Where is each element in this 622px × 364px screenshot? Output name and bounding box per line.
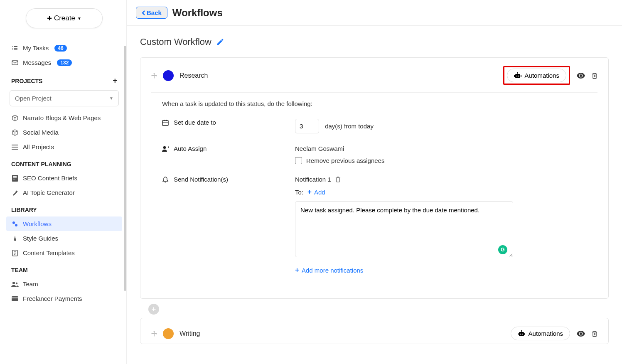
caret-down-icon: ▼ [77,16,81,21]
add-more-notifications-link[interactable]: + Add more notifications [295,266,363,274]
stage-color-dot [163,70,174,81]
project-social[interactable]: Social Media [6,125,122,140]
nav-freelancer-payments[interactable]: Freelancer Payments [6,291,122,306]
magic-wand-icon [11,189,19,196]
svg-rect-7 [13,179,15,180]
svg-point-8 [12,221,15,224]
open-project-dropdown[interactable]: Open Project ▼ [10,90,119,106]
stage-header: Research Automations [151,66,597,93]
stage-card-research: Research Automations [140,57,609,299]
assignee-name: Neelam Goswami [295,145,587,152]
remove-assignees-checkbox[interactable]: Remove previous assignees [295,157,587,164]
nav-workflows[interactable]: Workflows [6,216,122,231]
svg-rect-23 [514,75,515,77]
create-label: Create [54,14,75,22]
svg-point-32 [521,333,523,334]
notification-header: Notification 1 [295,176,587,183]
svg-point-29 [163,146,166,148]
remove-checkbox-input[interactable] [295,157,302,164]
project-narrato[interactable]: Narrato Blogs & Web Pages [6,111,122,125]
page-title: Workflows [172,7,223,19]
list-icon [11,144,19,150]
nav-seo-briefs[interactable]: SEO Content Briefs [6,171,122,185]
svg-rect-4 [12,175,18,182]
scrollbar[interactable] [124,46,126,291]
plus-icon: + [47,14,52,23]
days-input[interactable] [295,119,319,133]
svg-rect-5 [13,176,17,177]
svg-point-31 [520,333,521,334]
grammarly-icon[interactable]: G [498,245,507,254]
content-planning-header: CONTENT PLANNING [6,154,122,171]
svg-point-19 [516,75,517,76]
users-icon [11,281,19,287]
gears-icon [11,221,19,227]
trash-icon[interactable] [592,72,597,79]
nav-style-guides[interactable]: Style Guides [6,231,122,246]
due-date-row: Set due date to day(s) from today [162,119,587,133]
svg-rect-30 [519,332,524,336]
document-icon [11,175,19,182]
svg-point-9 [15,224,17,226]
drag-handle-icon[interactable] [151,331,157,337]
library-header: LIBRARY [6,200,122,216]
eye-icon[interactable] [577,73,585,79]
projects-header: PROJECTS + [6,70,122,89]
intro-text: When a task is updated to this status, d… [162,100,587,107]
cube-icon [11,129,19,136]
back-button[interactable]: Back [136,7,167,19]
edit-icon[interactable] [216,38,224,46]
automations-button[interactable]: Automations [511,327,570,340]
eye-icon[interactable] [577,331,585,337]
drag-handle-icon[interactable] [151,73,157,79]
add-stage-button[interactable]: + [148,304,159,315]
envelope-icon [11,60,19,65]
nav-my-tasks[interactable]: My Tasks 46 [6,41,122,55]
tasks-icon [11,45,19,52]
svg-rect-2 [12,147,18,148]
to-row: To: + Add [295,188,587,196]
topbar: Back Workflows [127,0,622,26]
trash-icon[interactable] [335,176,341,182]
my-tasks-label: My Tasks [23,44,49,52]
bell-icon [162,176,170,183]
user-plus-icon [162,146,170,152]
automations-button[interactable]: Automations [507,69,566,82]
main-content: Back Workflows Custom Workflow Research [127,0,622,364]
stage-name: Writing [179,330,505,337]
template-icon [11,250,19,256]
svg-rect-18 [515,74,520,78]
notifications-row: Send Notification(s) Notification 1 To: [162,176,587,274]
create-button[interactable]: + Create ▼ [26,8,103,28]
plus-icon: + [307,188,312,196]
robot-icon [518,330,525,337]
svg-rect-6 [13,177,17,178]
stage-card-writing: Writing Automations [140,318,609,344]
svg-rect-0 [12,61,18,65]
trash-icon[interactable] [592,330,597,337]
open-project-label: Open Project [15,95,52,102]
sidebar: + Create ▼ My Tasks 46 Messages 132 PROJ… [0,0,127,364]
nav-messages[interactable]: Messages 132 [6,55,122,70]
svg-point-34 [521,330,522,331]
svg-rect-1 [12,145,18,145]
svg-rect-17 [12,298,18,298]
nav-ai-topic[interactable]: AI Topic Generator [6,185,122,200]
notification-message-input[interactable] [295,201,513,257]
svg-rect-24 [521,75,521,77]
nav-team[interactable]: Team [6,277,122,291]
add-recipient-link[interactable]: + Add [307,188,325,196]
stage-name: Research [179,72,497,79]
svg-rect-35 [518,333,519,335]
caret-down-icon: ▼ [109,96,113,101]
nav-content-templates[interactable]: Content Templates [6,246,122,260]
add-project-icon[interactable]: + [113,76,117,85]
svg-rect-25 [162,121,168,125]
my-tasks-badge: 46 [54,45,66,52]
svg-point-22 [517,72,518,73]
project-all[interactable]: All Projects [6,140,122,154]
compass-icon [11,235,19,242]
highlight-marker: Automations [503,66,570,85]
svg-point-15 [16,282,17,284]
svg-rect-16 [12,296,18,301]
